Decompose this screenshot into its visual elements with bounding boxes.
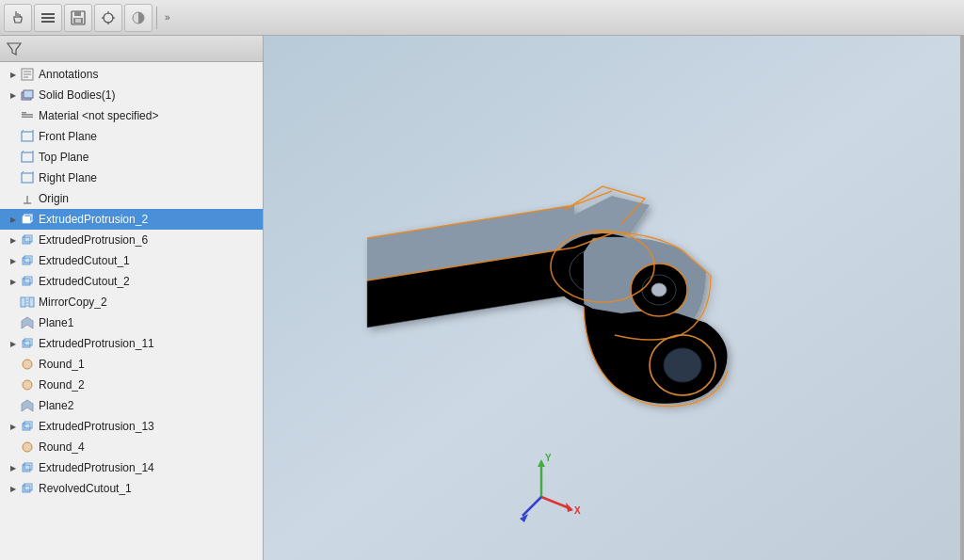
3d-viewport[interactable]: Y X — [264, 36, 964, 560]
expand-extruded-protrusion-2[interactable]: ▶ — [8, 214, 19, 225]
tree-item-round-2[interactable]: Round_2 — [0, 375, 263, 395]
tree-item-extruded-protrusion-6[interactable]: ▶ ExtrudedProtrusion_6 — [0, 230, 263, 250]
expand-mirror-copy-2 — [8, 296, 19, 308]
annotations-icon — [19, 66, 36, 83]
svg-rect-0 — [41, 13, 55, 15]
expand-round-1 — [8, 359, 19, 370]
display-button[interactable] — [124, 4, 153, 32]
expand-extruded-cutout-1[interactable]: ▶ — [8, 255, 19, 266]
list-view-button[interactable] — [34, 4, 62, 32]
expand-solid-bodies[interactable]: ▶ — [8, 89, 19, 101]
expand-plane2 — [8, 400, 19, 411]
plane2-icon — [19, 397, 36, 414]
tree-item-extruded-cutout-1[interactable]: ▶ ExtrudedCutout_1 — [0, 250, 263, 271]
tree-item-extruded-protrusion-11[interactable]: ▶ ExtrudedProtrusion_11 — [0, 333, 263, 354]
material-label: Material <not specified> — [39, 109, 158, 122]
svg-rect-4 — [74, 11, 81, 16]
svg-rect-49 — [29, 297, 34, 307]
expand-origin — [8, 193, 19, 204]
tree-item-plane2[interactable]: Plane2 — [0, 395, 263, 416]
expand-annotations[interactable]: ▶ — [8, 69, 19, 80]
svg-rect-1 — [41, 17, 55, 19]
plane2-label: Plane2 — [39, 399, 73, 412]
tree-item-right-plane[interactable]: Right Plane — [0, 168, 263, 188]
front-plane-label: Front Plane — [39, 130, 97, 143]
expand-extruded-protrusion-14[interactable]: ▶ — [8, 462, 19, 473]
svg-rect-22 — [22, 112, 26, 114]
svg-point-61 — [23, 442, 32, 452]
svg-rect-65 — [23, 486, 30, 492]
main-area: ▶ Annotations ▶ — [0, 36, 964, 560]
plane1-label: Plane1 — [39, 316, 73, 329]
svg-marker-51 — [22, 317, 33, 328]
3d-model-svg: Y X — [264, 36, 964, 560]
expand-extruded-cutout-2[interactable]: ▶ — [8, 276, 19, 287]
feature-tree-content: ▶ Annotations ▶ — [0, 62, 263, 560]
tree-item-extruded-protrusion-14[interactable]: ▶ ExtrudedProtrusion_14 — [0, 457, 263, 478]
extruded-cutout-2-icon — [19, 273, 36, 290]
tree-item-plane1[interactable]: Plane1 — [0, 312, 263, 333]
expand-front-plane — [8, 131, 19, 142]
extruded-protrusion-2-label: ExtrudedProtrusion_2 — [39, 213, 148, 226]
extruded-protrusion-6-icon — [19, 232, 36, 248]
extruded-protrusion-13-label: ExtrudedProtrusion_13 — [39, 420, 154, 433]
hand-tool-button[interactable] — [4, 4, 32, 32]
tree-item-extruded-protrusion-13[interactable]: ▶ ExtrudedProtrusion_13 — [0, 416, 263, 437]
save-button[interactable] — [64, 4, 92, 32]
svg-rect-58 — [23, 424, 30, 430]
svg-point-87 — [651, 283, 667, 296]
svg-rect-26 — [22, 152, 33, 162]
round-2-icon — [19, 376, 36, 393]
tree-item-front-plane[interactable]: Front Plane — [0, 126, 263, 147]
tree-item-top-plane[interactable]: Top Plane — [0, 147, 263, 168]
panel-resize-handle[interactable] — [960, 36, 964, 560]
tree-item-annotations[interactable]: ▶ Annotations — [0, 64, 263, 85]
tree-item-origin[interactable]: Origin — [0, 188, 263, 209]
tree-item-round-1[interactable]: Round_1 — [0, 354, 263, 375]
more-button[interactable]: » — [161, 12, 174, 23]
round-4-label: Round_4 — [39, 440, 85, 454]
svg-rect-45 — [23, 279, 30, 285]
svg-text:X: X — [574, 505, 581, 516]
toolbar-separator — [156, 7, 157, 29]
svg-rect-2 — [41, 21, 55, 23]
annotations-label: Annotations — [39, 68, 98, 81]
extruded-protrusion-11-icon — [19, 335, 36, 352]
tree-item-mirror-copy-2[interactable]: MirrorCopy_2 — [0, 292, 263, 312]
expand-extruded-protrusion-11[interactable]: ▶ — [8, 338, 19, 349]
svg-rect-39 — [23, 237, 30, 244]
svg-marker-57 — [22, 400, 33, 411]
mirror-copy-2-label: MirrorCopy_2 — [39, 296, 107, 309]
revolved-cutout-1-icon — [19, 480, 36, 497]
origin-label: Origin — [39, 192, 69, 205]
feature-tree-panel: ▶ Annotations ▶ — [0, 36, 264, 560]
svg-rect-19 — [24, 90, 33, 98]
expand-extruded-protrusion-13[interactable]: ▶ — [8, 421, 19, 432]
tree-item-revolved-cutout-1[interactable]: ▶ RevolvedCutout_1 — [0, 478, 263, 499]
solid-bodies-label: Solid Bodies(1) — [39, 88, 115, 102]
svg-point-79 — [664, 348, 701, 382]
right-plane-label: Right Plane — [39, 171, 97, 184]
tree-item-extruded-protrusion-2[interactable]: ▶ ExtrudedProtrusion_2 — [0, 209, 263, 230]
tree-item-round-4[interactable]: Round_4 — [0, 437, 263, 457]
extruded-protrusion-14-icon — [19, 459, 36, 476]
main-toolbar: » — [0, 0, 964, 36]
expand-round-4 — [8, 441, 19, 453]
tree-item-solid-bodies[interactable]: ▶ Solid Bodies(1) — [0, 85, 263, 105]
svg-point-55 — [23, 360, 32, 369]
filter-button[interactable] — [4, 39, 24, 59]
extruded-protrusion-2-icon — [19, 211, 36, 228]
svg-rect-42 — [23, 258, 30, 264]
extruded-protrusion-13-icon — [19, 418, 36, 435]
revolved-cutout-1-label: RevolvedCutout_1 — [39, 482, 132, 495]
tree-item-extruded-cutout-2[interactable]: ▶ ExtrudedCutout_2 — [0, 271, 263, 292]
expand-revolved-cutout-1[interactable]: ▶ — [8, 483, 19, 494]
tree-item-material[interactable]: Material <not specified> — [0, 105, 263, 126]
crosshair-button[interactable] — [94, 4, 122, 32]
svg-text:Y: Y — [545, 453, 552, 463]
round-4-icon — [19, 439, 36, 456]
expand-extruded-protrusion-6[interactable]: ▶ — [8, 234, 19, 246]
round-1-label: Round_1 — [39, 358, 85, 371]
plane1-icon — [19, 314, 36, 331]
svg-rect-48 — [21, 297, 25, 307]
